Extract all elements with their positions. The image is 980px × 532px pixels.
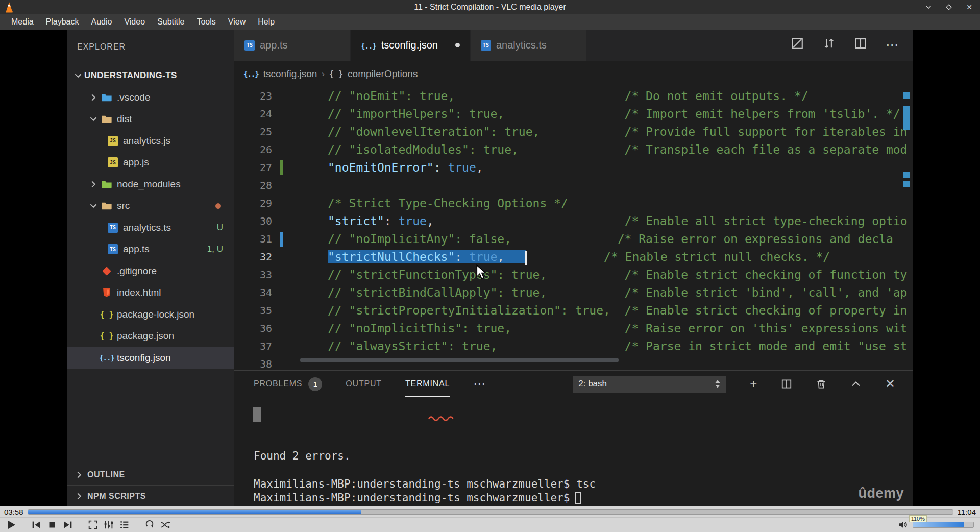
json-icon: { }: [100, 310, 114, 319]
breadcrumb-file[interactable]: tsconfig.json: [263, 68, 317, 80]
close-icon[interactable]: ✕: [965, 3, 974, 12]
random-icon[interactable]: [158, 518, 172, 532]
tree-item-dist[interactable]: dist: [67, 108, 234, 130]
tree-item-node-modules[interactable]: node_modules: [67, 174, 234, 196]
breadcrumb[interactable]: {..} tsconfig.json › { } compilerOptions: [234, 61, 913, 87]
volume-slider[interactable]: [913, 522, 974, 528]
line-number: 27: [234, 159, 272, 177]
more-actions-icon[interactable]: ⋯: [886, 37, 899, 53]
code-line[interactable]: 37// "alwaysStrict": true, /* Parse in s…: [234, 337, 913, 355]
tree-item-tsconfig-json[interactable]: {..}tsconfig.json: [67, 347, 234, 369]
terminal-select[interactable]: 2: bash: [573, 376, 726, 393]
code-line[interactable]: 25// "downlevelIteration": true, /* Prov…: [234, 123, 913, 141]
stop-icon[interactable]: [45, 518, 59, 532]
editor-tab-app-ts[interactable]: TSapp.ts: [234, 30, 351, 61]
panel-tab-terminal[interactable]: TERMINAL: [405, 371, 450, 397]
explorer-root-folder[interactable]: UNDERSTANDING-TS: [67, 65, 234, 87]
next-icon[interactable]: [61, 518, 75, 532]
tree-item-label: app.ts: [123, 244, 150, 255]
previous-icon[interactable]: [29, 518, 43, 532]
editor-tab-analytics-ts[interactable]: TSanalytics.ts: [471, 30, 587, 61]
tree-item-package-lock-json[interactable]: { }package-lock.json: [67, 304, 234, 326]
breadcrumb-symbol[interactable]: compilerOptions: [348, 68, 418, 80]
horizontal-scrollbar[interactable]: [300, 358, 619, 362]
panel-tab-problems[interactable]: PROBLEMS 1: [254, 371, 322, 397]
fullscreen-icon[interactable]: [86, 518, 100, 532]
kill-terminal-icon[interactable]: [816, 378, 827, 390]
tab-label: analytics.ts: [496, 39, 547, 51]
menu-item-video[interactable]: Video: [118, 14, 151, 30]
menu-item-audio[interactable]: Audio: [85, 14, 118, 30]
menu-item-playback[interactable]: Playback: [40, 14, 85, 30]
split-terminal-icon[interactable]: [781, 378, 792, 390]
code-line[interactable]: 34// "strictBindCallApply": true, /* Ena…: [234, 284, 913, 302]
code-segment: [504, 250, 526, 263]
tree-item-app-ts[interactable]: TSapp.ts1, U: [67, 238, 234, 260]
close-panel-icon[interactable]: ✕: [885, 377, 896, 391]
menu-item-view[interactable]: View: [222, 14, 252, 30]
tree-item--vscode[interactable]: .vscode: [67, 87, 234, 109]
code-text: // "strictPropertyInitialization": true,…: [328, 302, 907, 320]
tree-item-analytics-ts[interactable]: TSanalytics.tsU: [67, 217, 234, 239]
tree-item-src[interactable]: src: [67, 195, 234, 217]
split-editor-icon[interactable]: [854, 37, 867, 54]
seek-progress: [28, 510, 361, 514]
code-line[interactable]: 27"noEmitOnError": true,: [234, 159, 913, 177]
editor-tab-tsconfig-json[interactable]: {..}tsconfig.json: [351, 30, 471, 61]
js-icon: JS: [106, 157, 120, 167]
extended-settings-icon[interactable]: [102, 518, 115, 532]
menu-item-help[interactable]: Help: [252, 14, 281, 30]
sidebar-section-outline[interactable]: OUTLINE: [67, 464, 234, 485]
video-area[interactable]: EXPLORER UNDERSTANDING-TS.vscodedistJSan…: [0, 30, 980, 506]
speaker-icon[interactable]: [896, 518, 910, 532]
add-terminal-icon[interactable]: +: [750, 377, 757, 391]
line-number: 35: [234, 302, 272, 320]
tsconfig-icon: {..}: [243, 70, 259, 78]
code-editor[interactable]: 23// "noEmit": true, /* Do not emit outp…: [234, 87, 913, 373]
tree-item-package-json[interactable]: { }package.json: [67, 325, 234, 347]
elapsed-time: 03:58: [4, 507, 23, 516]
line-number: 32: [234, 248, 272, 266]
code-line[interactable]: 30"strict": true, /* Enable all strict t…: [234, 212, 913, 230]
code-line[interactable]: 29/* Strict Type-Checking Options */: [234, 195, 913, 212]
line-number: 25: [234, 123, 272, 141]
seek-slider[interactable]: [28, 509, 953, 515]
code-line[interactable]: 33// "strictFunctionTypes": true, /* Ena…: [234, 266, 913, 284]
code-segment: :: [455, 250, 469, 263]
open-changes-icon[interactable]: [791, 37, 804, 54]
menu-item-subtitle[interactable]: Subtitle: [151, 14, 190, 30]
menubar: MediaPlaybackAudioVideoSubtitleToolsView…: [0, 14, 980, 30]
overview-ruler[interactable]: [898, 30, 913, 370]
code-line[interactable]: 28: [234, 177, 913, 195]
play-icon[interactable]: [4, 518, 18, 532]
sidebar-section-npm-scripts[interactable]: NPM SCRIPTS: [67, 485, 234, 506]
code-line[interactable]: 35// "strictPropertyInitialization": tru…: [234, 302, 913, 320]
editor-group: TSapp.ts{..}tsconfig.jsonTSanalytics.ts …: [234, 30, 913, 506]
maximize-panel-icon[interactable]: [850, 378, 862, 390]
code-line[interactable]: 24// "importHelpers": true, /* Import em…: [234, 105, 913, 123]
tree-item-analytics-js[interactable]: JSanalytics.js: [67, 130, 234, 152]
code-line[interactable]: 23// "noEmit": true, /* Do not emit outp…: [234, 87, 913, 105]
code-line[interactable]: 32"strictNullChecks": true, /* Enable st…: [234, 248, 913, 266]
code-line[interactable]: 31// "noImplicitAny": false, /* Raise er…: [234, 230, 913, 248]
panel-header: PROBLEMS 1 OUTPUT TERMINAL ⋯ 2: bash: [234, 371, 913, 397]
tree-item-index-html[interactable]: index.html: [67, 282, 234, 304]
playlist-icon[interactable]: [117, 518, 131, 532]
panel-tab-output[interactable]: OUTPUT: [346, 371, 382, 397]
menu-item-tools[interactable]: Tools: [190, 14, 222, 30]
source-control-arrows-icon[interactable]: [822, 37, 836, 54]
line-number: 30: [234, 212, 272, 230]
minimize-icon[interactable]: [924, 3, 933, 12]
code-line[interactable]: 36// "noImplicitThis": true, /* Raise er…: [234, 320, 913, 337]
tree-item-app-js[interactable]: JSapp.js: [67, 152, 234, 174]
panel-more-icon[interactable]: ⋯: [473, 377, 486, 391]
loop-icon[interactable]: [142, 518, 156, 532]
tree-item--gitignore[interactable]: .gitignore: [67, 260, 234, 282]
menu-item-media[interactable]: Media: [5, 14, 40, 30]
chevron-right-icon: [73, 470, 85, 479]
maximize-icon[interactable]: [944, 3, 953, 12]
code-segment: ,: [427, 214, 434, 228]
terminal[interactable]: Found 2 errors. Maximilians-MBP:understa…: [234, 397, 913, 506]
js-icon: JS: [106, 136, 120, 146]
code-line[interactable]: 26// "isolatedModules": true, /* Transpi…: [234, 141, 913, 159]
